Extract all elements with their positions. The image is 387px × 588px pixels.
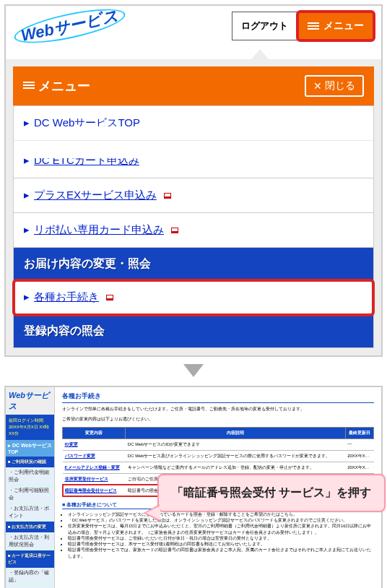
annotation-callout: 「暗証番号照会受付 サービス」を押す [157, 474, 386, 512]
page-intro: ご希望の変更内容は以下よりお選びください。 [62, 416, 374, 422]
procedure-link[interactable]: パスワード変更 [65, 454, 95, 458]
table-row: ID変更DC WebサービスのIDが変更できます— [63, 438, 374, 450]
external-icon [164, 193, 171, 199]
note-item: オンラインショッピング認証サービスに登録されているカードを照会・登録・解除するこ… [68, 511, 374, 517]
dropdown-pointer-icon [251, 49, 269, 59]
procedure-link[interactable]: 暗証番号照会受付サービス [65, 488, 117, 493]
table-row: Eメールアドレス登録・変更キャンペーン情報などご案内するメールのアドレス追加・登… [63, 462, 374, 473]
note-item: 暗証番号照会受付サービスは、本サービス受付後1週間程はの回答書を郵送にてお知らせ… [68, 541, 374, 547]
procedure-date: — [345, 438, 373, 450]
procedure-desc: DC WebサービスのIDが変更できます [126, 438, 346, 450]
logo: Webサービス [6, 387, 54, 415]
note-item: 住所変更受付サービスは、毎月15日までにお申込みいただくと、翌月のご利用明細書（… [68, 523, 374, 535]
table-row: パスワード変更DC Webサービス及びオンラインショッピング認証サービスの際に使… [63, 450, 374, 462]
menu-section-header: 登録内容の照会 [14, 315, 373, 347]
procedure-date: 20XX年X… [345, 462, 373, 473]
external-icon [171, 228, 178, 233]
sidebar-item[interactable]: ・お支払方法・利用状況照会 [6, 532, 54, 550]
note-item: 暗証番号照会受付サービスは、ご登録いただいた日付が休日・祝日の場合は翌営業日の受… [68, 535, 374, 541]
note-item: 「DC Webサービス」のパスワードを変更した場合は、オンラインショッピング認証… [68, 517, 374, 523]
omission-wave [14, 126, 373, 158]
procedure-desc: DC Webサービス及びオンラインショッピング認証サービスの際に使用するパスワー… [126, 450, 346, 462]
th-change: 変更内容 [63, 427, 126, 438]
menu-item-procedures[interactable]: ▸各種お手続き [14, 280, 373, 315]
hamburger-icon [308, 21, 319, 31]
menu-section-header: お届け内容の変更・照会 [14, 248, 373, 280]
sidebar-item[interactable]: ・ご利用可能額照会 [6, 485, 54, 503]
notes-list: オンラインショッピング認証サービスに登録されているカードを照会・登録・解除するこ… [62, 511, 374, 559]
page-title: 各種お手続き [62, 392, 374, 403]
sidebar-section-header: ■ ご利用状況の確認 [6, 457, 54, 467]
procedure-date: 20XX年X… [345, 450, 373, 462]
flow-arrow-icon [183, 364, 204, 377]
sidebar-section-header: ■ お支払方法の変更 [6, 522, 54, 532]
sidebar-item[interactable]: ・ご利用代金明細照会 [6, 467, 54, 485]
mobile-screen: Webサービス ログアウト メニュー メニュー ✕閉じる ▸DC Webサービス… [4, 4, 383, 357]
sidebar-item[interactable]: ・登録内容の「確認」 [6, 568, 54, 586]
page-intro: オンラインで簡単に各種お手続きをしていただけます。ご住所・電話番号、ご勤務先・所… [62, 406, 374, 412]
menu-list: ▸DC WebサービスTOP ▸DC ETCカード申込み ▸プラスEXサービス申… [13, 105, 374, 348]
menu-button-label: メニュー [323, 20, 364, 33]
menu-panel: メニュー ✕閉じる ▸DC WebサービスTOP ▸DC ETCカード申込み ▸… [6, 59, 381, 355]
th-desc: 内容説明 [126, 427, 346, 438]
hamburger-icon [23, 80, 35, 90]
th-date: 最終更新日 [345, 427, 373, 438]
menu-item[interactable]: ▸リボ払い専用カード申込み [14, 213, 373, 248]
external-icon [106, 295, 113, 301]
procedure-link[interactable]: 住所変更受付サービス [65, 477, 108, 481]
sidebar-item[interactable]: ・お支払方法・ポイント [6, 503, 54, 522]
desktop-screen: Webサービス 前回ログイン時間 20XX年X月X日 XX時XX分 ▸ DC W… [4, 386, 383, 588]
note-item: 暗証番号照会受付サービスでは、家族カードの暗証番号の回答書は家族会員さまご本人宛… [68, 547, 374, 559]
procedure-link[interactable]: Eメールアドレス登録・変更 [65, 465, 120, 470]
procedure-desc: キャンペーン情報などご案内するメールのアドレス追加・登録、配信の変更・停止ができ… [126, 462, 346, 473]
mobile-header: Webサービス ログアウト メニュー [6, 6, 381, 46]
menu-button[interactable]: メニュー [297, 12, 374, 40]
logout-button[interactable]: ログアウト [232, 12, 297, 40]
sidebar-section-header: ■ カード返済口座サービス [6, 550, 54, 568]
sidebar: Webサービス 前回ログイン時間 20XX年X月X日 XX時XX分 ▸ DC W… [6, 387, 55, 588]
last-login-box: 前回ログイン時間 20XX年X月X日 XX時XX分 [6, 415, 54, 440]
menu-item[interactable]: ▸プラスEXサービス申込み [14, 178, 373, 213]
procedure-link[interactable]: ID変更 [65, 442, 78, 446]
logo: Webサービス [13, 14, 126, 38]
menu-title-bar: メニュー ✕閉じる [13, 66, 374, 105]
close-icon: ✕ [313, 80, 322, 92]
sidebar-top-link[interactable]: ▸ DC WebサービスTOP [6, 440, 54, 457]
close-menu-button[interactable]: ✕閉じる [305, 75, 364, 97]
